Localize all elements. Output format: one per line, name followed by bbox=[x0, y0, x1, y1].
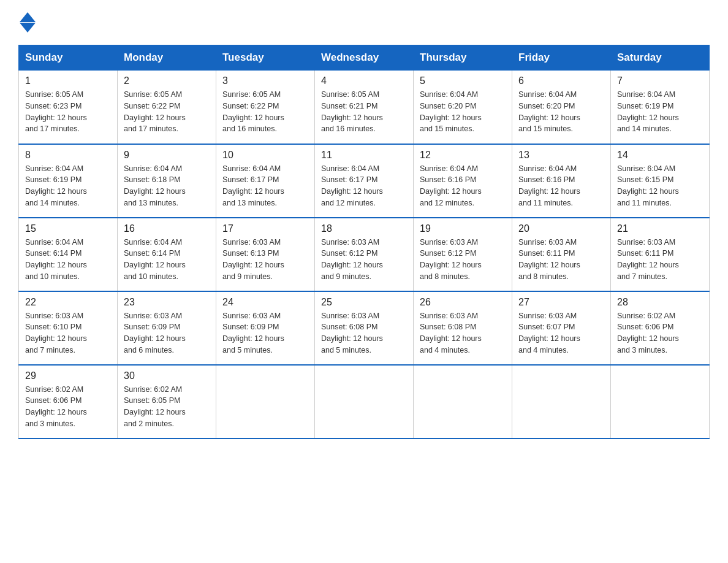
weekday-header-friday: Friday bbox=[512, 45, 611, 71]
day-number: 1 bbox=[25, 75, 111, 86]
calendar-day-cell: 6 Sunrise: 6:04 AM Sunset: 6:20 PM Dayli… bbox=[512, 71, 611, 144]
calendar-day-cell: 12 Sunrise: 6:04 AM Sunset: 6:16 PM Dayl… bbox=[414, 144, 512, 218]
calendar-day-cell: 19 Sunrise: 6:03 AM Sunset: 6:12 PM Dayl… bbox=[414, 218, 512, 291]
logo-triangle-down bbox=[20, 23, 36, 33]
day-number: 22 bbox=[25, 297, 111, 308]
calendar-day-cell: 30 Sunrise: 6:02 AM Sunset: 6:05 PM Dayl… bbox=[118, 365, 216, 439]
weekday-header-sunday: Sunday bbox=[19, 45, 118, 71]
day-number: 25 bbox=[321, 297, 407, 308]
calendar-week-3: 15 Sunrise: 6:04 AM Sunset: 6:14 PM Dayl… bbox=[19, 218, 710, 291]
calendar-day-cell: 29 Sunrise: 6:02 AM Sunset: 6:06 PM Dayl… bbox=[19, 365, 118, 439]
day-info: Sunrise: 6:04 AM Sunset: 6:18 PM Dayligh… bbox=[124, 163, 210, 209]
day-info: Sunrise: 6:03 AM Sunset: 6:07 PM Dayligh… bbox=[518, 310, 604, 356]
day-number: 16 bbox=[124, 223, 210, 234]
day-info: Sunrise: 6:03 AM Sunset: 6:09 PM Dayligh… bbox=[124, 310, 210, 356]
calendar-day-cell bbox=[315, 365, 414, 439]
day-info: Sunrise: 6:04 AM Sunset: 6:17 PM Dayligh… bbox=[222, 163, 308, 209]
day-info: Sunrise: 6:02 AM Sunset: 6:06 PM Dayligh… bbox=[25, 384, 111, 430]
day-info: Sunrise: 6:03 AM Sunset: 6:08 PM Dayligh… bbox=[420, 310, 506, 356]
calendar-day-cell: 27 Sunrise: 6:03 AM Sunset: 6:07 PM Dayl… bbox=[512, 291, 611, 365]
day-number: 23 bbox=[124, 297, 210, 308]
calendar-week-1: 1 Sunrise: 6:05 AM Sunset: 6:23 PM Dayli… bbox=[19, 71, 710, 144]
day-number: 12 bbox=[420, 150, 506, 161]
calendar-day-cell: 7 Sunrise: 6:04 AM Sunset: 6:19 PM Dayli… bbox=[611, 71, 710, 144]
day-number: 28 bbox=[617, 297, 703, 308]
day-info: Sunrise: 6:03 AM Sunset: 6:12 PM Dayligh… bbox=[321, 237, 407, 283]
calendar-day-cell: 5 Sunrise: 6:04 AM Sunset: 6:20 PM Dayli… bbox=[414, 71, 512, 144]
calendar-day-cell: 11 Sunrise: 6:04 AM Sunset: 6:17 PM Dayl… bbox=[315, 144, 414, 218]
logo-triangle-up bbox=[20, 12, 36, 22]
day-info: Sunrise: 6:04 AM Sunset: 6:14 PM Dayligh… bbox=[124, 237, 210, 283]
calendar-day-cell bbox=[216, 365, 315, 439]
day-number: 6 bbox=[518, 75, 604, 86]
calendar-day-cell: 24 Sunrise: 6:03 AM Sunset: 6:09 PM Dayl… bbox=[216, 291, 315, 365]
logo bbox=[18, 12, 36, 33]
calendar-week-5: 29 Sunrise: 6:02 AM Sunset: 6:06 PM Dayl… bbox=[19, 365, 710, 439]
weekday-header-wednesday: Wednesday bbox=[315, 45, 414, 71]
weekday-header-thursday: Thursday bbox=[414, 45, 512, 71]
calendar-day-cell: 22 Sunrise: 6:03 AM Sunset: 6:10 PM Dayl… bbox=[19, 291, 118, 365]
day-number: 29 bbox=[25, 370, 111, 381]
calendar-table: SundayMondayTuesdayWednesdayThursdayFrid… bbox=[18, 45, 710, 439]
day-info: Sunrise: 6:03 AM Sunset: 6:09 PM Dayligh… bbox=[222, 310, 308, 356]
day-info: Sunrise: 6:04 AM Sunset: 6:15 PM Dayligh… bbox=[617, 163, 703, 209]
day-info: Sunrise: 6:05 AM Sunset: 6:21 PM Dayligh… bbox=[321, 89, 407, 135]
day-number: 7 bbox=[617, 75, 703, 86]
day-info: Sunrise: 6:04 AM Sunset: 6:16 PM Dayligh… bbox=[420, 163, 506, 209]
calendar-day-cell: 18 Sunrise: 6:03 AM Sunset: 6:12 PM Dayl… bbox=[315, 218, 414, 291]
calendar-day-cell bbox=[512, 365, 611, 439]
calendar-day-cell: 13 Sunrise: 6:04 AM Sunset: 6:16 PM Dayl… bbox=[512, 144, 611, 218]
day-number: 4 bbox=[321, 75, 407, 86]
calendar-day-cell: 1 Sunrise: 6:05 AM Sunset: 6:23 PM Dayli… bbox=[19, 71, 118, 144]
day-number: 15 bbox=[25, 223, 111, 234]
day-info: Sunrise: 6:04 AM Sunset: 6:14 PM Dayligh… bbox=[25, 237, 111, 283]
calendar-day-cell: 8 Sunrise: 6:04 AM Sunset: 6:19 PM Dayli… bbox=[19, 144, 118, 218]
day-info: Sunrise: 6:03 AM Sunset: 6:11 PM Dayligh… bbox=[617, 237, 703, 283]
day-info: Sunrise: 6:02 AM Sunset: 6:05 PM Dayligh… bbox=[124, 384, 210, 430]
calendar-day-cell: 26 Sunrise: 6:03 AM Sunset: 6:08 PM Dayl… bbox=[414, 291, 512, 365]
day-info: Sunrise: 6:04 AM Sunset: 6:19 PM Dayligh… bbox=[25, 163, 111, 209]
day-info: Sunrise: 6:05 AM Sunset: 6:22 PM Dayligh… bbox=[124, 89, 210, 135]
day-number: 8 bbox=[25, 150, 111, 161]
day-number: 19 bbox=[420, 223, 506, 234]
calendar-week-2: 8 Sunrise: 6:04 AM Sunset: 6:19 PM Dayli… bbox=[19, 144, 710, 218]
day-number: 13 bbox=[518, 150, 604, 161]
calendar-day-cell: 2 Sunrise: 6:05 AM Sunset: 6:22 PM Dayli… bbox=[118, 71, 216, 144]
day-number: 5 bbox=[420, 75, 506, 86]
weekday-header-monday: Monday bbox=[118, 45, 216, 71]
calendar-day-cell: 3 Sunrise: 6:05 AM Sunset: 6:22 PM Dayli… bbox=[216, 71, 315, 144]
calendar-day-cell bbox=[611, 365, 710, 439]
calendar-day-cell: 15 Sunrise: 6:04 AM Sunset: 6:14 PM Dayl… bbox=[19, 218, 118, 291]
day-number: 10 bbox=[222, 150, 308, 161]
calendar-day-cell: 25 Sunrise: 6:03 AM Sunset: 6:08 PM Dayl… bbox=[315, 291, 414, 365]
day-number: 21 bbox=[617, 223, 703, 234]
day-number: 27 bbox=[518, 297, 604, 308]
weekday-header-tuesday: Tuesday bbox=[216, 45, 315, 71]
day-number: 9 bbox=[124, 150, 210, 161]
calendar-day-cell: 21 Sunrise: 6:03 AM Sunset: 6:11 PM Dayl… bbox=[611, 218, 710, 291]
day-info: Sunrise: 6:05 AM Sunset: 6:22 PM Dayligh… bbox=[222, 89, 308, 135]
day-info: Sunrise: 6:02 AM Sunset: 6:06 PM Dayligh… bbox=[617, 310, 703, 356]
day-info: Sunrise: 6:04 AM Sunset: 6:19 PM Dayligh… bbox=[617, 89, 703, 135]
day-info: Sunrise: 6:03 AM Sunset: 6:11 PM Dayligh… bbox=[518, 237, 604, 283]
day-number: 26 bbox=[420, 297, 506, 308]
day-number: 14 bbox=[617, 150, 703, 161]
day-info: Sunrise: 6:04 AM Sunset: 6:16 PM Dayligh… bbox=[518, 163, 604, 209]
day-info: Sunrise: 6:03 AM Sunset: 6:10 PM Dayligh… bbox=[25, 310, 111, 356]
day-info: Sunrise: 6:03 AM Sunset: 6:12 PM Dayligh… bbox=[420, 237, 506, 283]
calendar-day-cell: 4 Sunrise: 6:05 AM Sunset: 6:21 PM Dayli… bbox=[315, 71, 414, 144]
weekday-header-saturday: Saturday bbox=[611, 45, 710, 71]
day-number: 24 bbox=[222, 297, 308, 308]
day-info: Sunrise: 6:04 AM Sunset: 6:20 PM Dayligh… bbox=[420, 89, 506, 135]
calendar-week-4: 22 Sunrise: 6:03 AM Sunset: 6:10 PM Dayl… bbox=[19, 291, 710, 365]
day-info: Sunrise: 6:04 AM Sunset: 6:20 PM Dayligh… bbox=[518, 89, 604, 135]
day-number: 2 bbox=[124, 75, 210, 86]
calendar-day-cell: 17 Sunrise: 6:03 AM Sunset: 6:13 PM Dayl… bbox=[216, 218, 315, 291]
day-number: 30 bbox=[124, 370, 210, 381]
calendar-day-cell: 9 Sunrise: 6:04 AM Sunset: 6:18 PM Dayli… bbox=[118, 144, 216, 218]
calendar-day-cell: 10 Sunrise: 6:04 AM Sunset: 6:17 PM Dayl… bbox=[216, 144, 315, 218]
day-number: 11 bbox=[321, 150, 407, 161]
day-number: 18 bbox=[321, 223, 407, 234]
day-info: Sunrise: 6:04 AM Sunset: 6:17 PM Dayligh… bbox=[321, 163, 407, 209]
day-info: Sunrise: 6:05 AM Sunset: 6:23 PM Dayligh… bbox=[25, 89, 111, 135]
